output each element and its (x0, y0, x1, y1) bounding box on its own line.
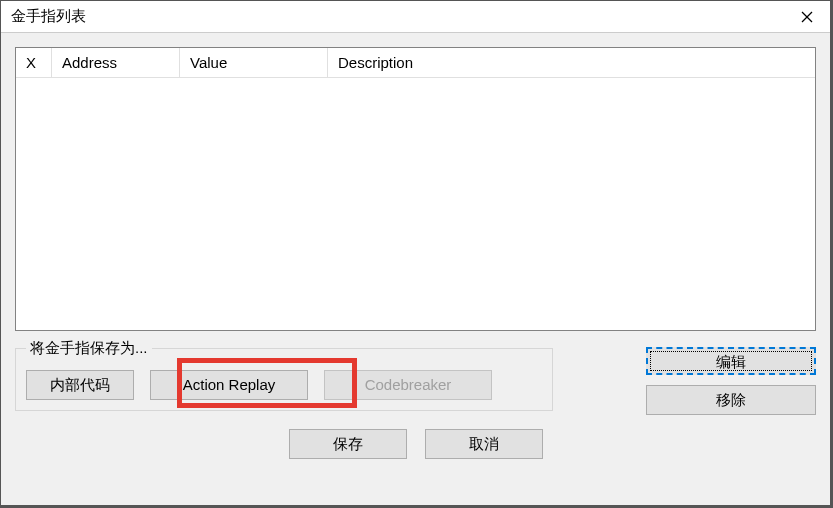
cancel-button[interactable]: 取消 (425, 429, 543, 459)
edit-button[interactable]: 编辑 (646, 347, 816, 375)
titlebar: 金手指列表 (1, 1, 830, 33)
lower-controls: 将金手指保存为... 内部代码 Action Replay Codebreake… (15, 339, 816, 411)
listview-header: X Address Value Description (16, 48, 815, 78)
content-area: X Address Value Description 将金手指保存为... 内… (1, 33, 830, 505)
cheat-list-window: 金手指列表 X Address Value Description 将金手指保存… (0, 0, 831, 506)
internal-code-button[interactable]: 内部代码 (26, 370, 134, 400)
remove-button[interactable]: 移除 (646, 385, 816, 415)
bottom-button-row: 保存 取消 (15, 429, 816, 459)
save-as-group: 将金手指保存为... 内部代码 Action Replay Codebreake… (15, 339, 553, 411)
save-as-buttons: 内部代码 Action Replay Codebreaker (26, 370, 542, 400)
codebreaker-button: Codebreaker (324, 370, 492, 400)
save-as-legend: 将金手指保存为... (26, 339, 152, 358)
cheat-listview[interactable]: X Address Value Description (15, 47, 816, 331)
close-button[interactable] (784, 1, 830, 33)
window-title: 金手指列表 (11, 7, 86, 26)
save-button[interactable]: 保存 (289, 429, 407, 459)
column-header-value[interactable]: Value (180, 48, 328, 77)
column-header-x[interactable]: X (16, 48, 52, 77)
side-button-column: 编辑 移除 (646, 347, 816, 415)
action-replay-button[interactable]: Action Replay (150, 370, 308, 400)
column-header-address[interactable]: Address (52, 48, 180, 77)
column-header-description[interactable]: Description (328, 48, 815, 77)
close-icon (801, 11, 813, 23)
